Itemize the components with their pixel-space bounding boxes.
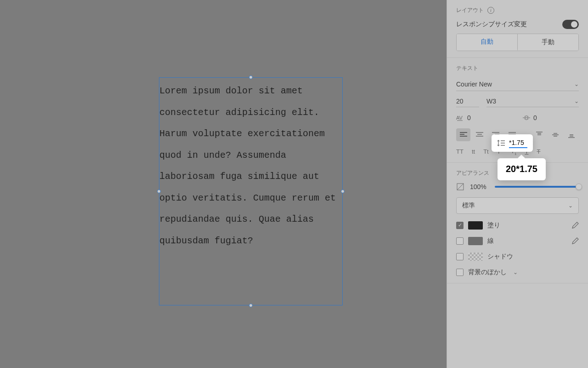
- tooltip-text: 20*1.75: [506, 164, 537, 174]
- chevron-down-icon: ⌄: [568, 202, 573, 209]
- responsive-label: レスポンシブサイズ変更: [456, 20, 527, 29]
- letter-spacing-input[interactable]: [467, 114, 486, 121]
- resize-handle-bottom[interactable]: [249, 304, 253, 307]
- eyedropper-icon[interactable]: [571, 222, 579, 229]
- appearance-section: アピアランス 100% 標準 ⌄ 塗り 線 シャドウ: [447, 163, 588, 283]
- resize-handle-right[interactable]: [341, 190, 345, 193]
- resize-handle-left[interactable]: [157, 190, 161, 193]
- shadow-row: シャドウ: [456, 253, 579, 261]
- text-content[interactable]: Lorem ipsum dolor sit amet consectetur a…: [159, 80, 342, 252]
- line-height-tooltip: 20*1.75: [498, 158, 546, 180]
- align-left-button[interactable]: [456, 128, 470, 141]
- font-name: Courier New: [456, 80, 492, 88]
- stroke-label: 線: [487, 237, 494, 245]
- fill-swatch[interactable]: [468, 221, 483, 230]
- blur-checkbox[interactable]: [456, 269, 464, 276]
- eyedropper-icon[interactable]: [571, 237, 579, 245]
- lowercase-button[interactable]: tt: [472, 148, 475, 155]
- line-height-input[interactable]: [509, 138, 527, 148]
- letter-spacing-icon: AV: [456, 114, 464, 122]
- shadow-swatch[interactable]: [468, 253, 483, 261]
- valign-middle-button[interactable]: [548, 128, 562, 141]
- paragraph-spacing-field[interactable]: [522, 114, 552, 122]
- stroke-checkbox[interactable]: [456, 237, 464, 245]
- font-weight-select[interactable]: W3 ⌄: [486, 96, 579, 107]
- responsive-toggle[interactable]: [562, 20, 579, 29]
- text-title: テキスト: [456, 64, 478, 72]
- shadow-checkbox[interactable]: [456, 253, 464, 260]
- line-height-popup: [492, 134, 533, 152]
- opacity-slider[interactable]: [495, 186, 579, 188]
- fill-checkbox[interactable]: [456, 222, 464, 229]
- blend-mode-select[interactable]: 標準 ⌄: [456, 197, 579, 214]
- valign-top-button[interactable]: [532, 128, 546, 141]
- font-size-input[interactable]: [456, 96, 479, 107]
- chevron-down-icon: ⌄: [574, 81, 579, 87]
- uppercase-button[interactable]: TT: [456, 148, 464, 155]
- shadow-label: シャドウ: [487, 253, 513, 261]
- svg-text:AV: AV: [456, 115, 463, 121]
- blur-row: 背景のぼかし ⌄: [456, 268, 579, 276]
- align-center-button[interactable]: [472, 128, 486, 141]
- canvas-area[interactable]: Lorem ipsum dolor sit amet consectetur a…: [0, 0, 447, 368]
- manual-button[interactable]: 手動: [518, 34, 578, 51]
- paragraph-spacing-icon: [522, 114, 531, 122]
- opacity-value[interactable]: 100%: [470, 183, 489, 190]
- selected-text-frame[interactable]: Lorem ipsum dolor sit amet consectetur a…: [159, 77, 343, 305]
- font-weight-value: W3: [486, 98, 496, 105]
- fill-label: 塗り: [487, 221, 500, 230]
- properties-panel: レイアウト i レスポンシブサイズ変更 自動 手動 テキスト Courier N…: [447, 0, 588, 368]
- resize-handle-top[interactable]: [249, 75, 253, 79]
- valign-bottom-button[interactable]: [565, 128, 579, 141]
- layout-section: レイアウト i レスポンシブサイズ変更 自動 手動: [447, 0, 588, 58]
- auto-button[interactable]: 自動: [457, 34, 518, 51]
- opacity-icon: [456, 183, 464, 191]
- blur-label: 背景のぼかし: [468, 268, 507, 276]
- slider-thumb[interactable]: [576, 184, 582, 190]
- stroke-swatch[interactable]: [468, 237, 483, 245]
- letter-spacing-field[interactable]: AV: [456, 114, 486, 122]
- titlecase-button[interactable]: Tt: [483, 148, 489, 155]
- blend-mode-value: 標準: [462, 201, 475, 210]
- strikethrough-button[interactable]: T: [537, 148, 540, 155]
- responsive-mode-segment: 自動 手動: [456, 34, 579, 51]
- layout-title: レイアウト: [456, 6, 484, 14]
- paragraph-spacing-input[interactable]: [533, 114, 552, 121]
- chevron-down-icon: ⌄: [513, 269, 518, 276]
- stroke-row: 線: [456, 237, 579, 245]
- chevron-down-icon: ⌄: [574, 98, 579, 104]
- fill-row: 塗り: [456, 221, 579, 230]
- info-icon[interactable]: i: [487, 7, 494, 14]
- appearance-title: アピアランス: [456, 169, 489, 177]
- line-height-icon: [497, 139, 505, 147]
- font-family-select[interactable]: Courier New ⌄: [456, 78, 579, 91]
